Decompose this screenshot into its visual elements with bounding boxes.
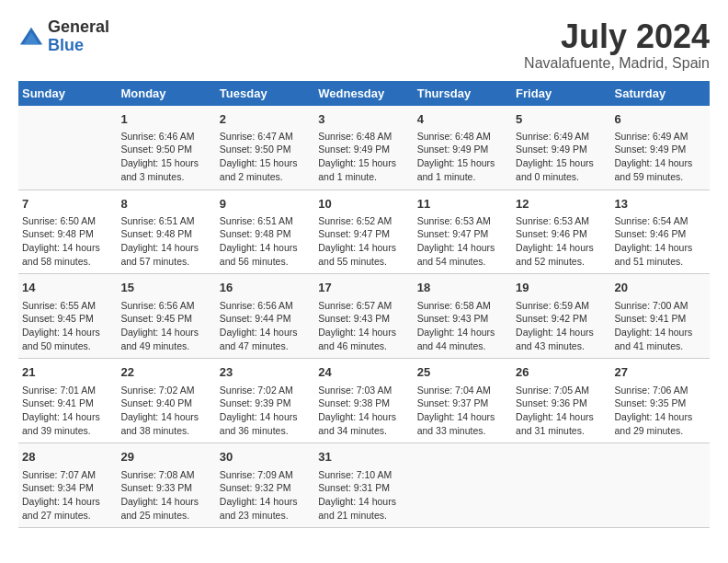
day-detail: Sunrise: 7:02 AMSunset: 9:39 PMDaylight:… bbox=[220, 384, 311, 438]
day-detail: Sunrise: 7:00 AMSunset: 9:41 PMDaylight:… bbox=[615, 299, 706, 353]
calendar-cell: 22Sunrise: 7:02 AMSunset: 9:40 PMDayligh… bbox=[117, 359, 215, 443]
day-number: 28 bbox=[22, 449, 113, 465]
calendar-cell: 30Sunrise: 7:09 AMSunset: 9:32 PMDayligh… bbox=[216, 443, 314, 528]
day-number: 8 bbox=[120, 196, 211, 213]
day-number: 3 bbox=[318, 111, 409, 128]
day-number: 15 bbox=[120, 280, 211, 296]
weekday-header-monday: Monday bbox=[117, 81, 215, 106]
day-detail: Sunrise: 6:51 AMSunset: 9:48 PMDaylight:… bbox=[120, 214, 211, 269]
calendar-week-row: 14Sunrise: 6:55 AMSunset: 9:45 PMDayligh… bbox=[18, 274, 710, 359]
logo-icon bbox=[18, 24, 44, 50]
calendar-cell: 1Sunrise: 6:46 AMSunset: 9:50 PMDaylight… bbox=[117, 106, 215, 190]
day-detail: Sunrise: 6:49 AMSunset: 9:49 PMDaylight:… bbox=[516, 130, 607, 184]
calendar-cell: 13Sunrise: 6:54 AMSunset: 9:46 PMDayligh… bbox=[611, 190, 710, 274]
day-detail: Sunrise: 6:52 AMSunset: 9:47 PMDaylight:… bbox=[318, 214, 409, 269]
calendar-cell: 15Sunrise: 6:56 AMSunset: 9:45 PMDayligh… bbox=[117, 274, 215, 359]
day-number: 24 bbox=[318, 364, 409, 381]
calendar-cell: 26Sunrise: 7:05 AMSunset: 9:36 PMDayligh… bbox=[512, 359, 610, 443]
calendar-cell: 29Sunrise: 7:08 AMSunset: 9:33 PMDayligh… bbox=[117, 443, 215, 528]
day-detail: Sunrise: 7:06 AMSunset: 9:35 PMDaylight:… bbox=[615, 384, 706, 438]
weekday-header-tuesday: Tuesday bbox=[216, 81, 314, 106]
location-subtitle: Navalafuente, Madrid, Spain bbox=[524, 55, 710, 72]
day-detail: Sunrise: 7:09 AMSunset: 9:32 PMDaylight:… bbox=[220, 468, 311, 523]
day-number: 23 bbox=[220, 364, 311, 381]
calendar-cell: 31Sunrise: 7:10 AMSunset: 9:31 PMDayligh… bbox=[314, 443, 413, 528]
calendar-cell bbox=[414, 443, 512, 528]
calendar-cell: 27Sunrise: 7:06 AMSunset: 9:35 PMDayligh… bbox=[611, 359, 710, 443]
day-detail: Sunrise: 7:03 AMSunset: 9:38 PMDaylight:… bbox=[318, 384, 409, 438]
day-detail: Sunrise: 6:54 AMSunset: 9:46 PMDaylight:… bbox=[615, 214, 706, 269]
day-number: 27 bbox=[615, 364, 706, 381]
day-number: 5 bbox=[516, 111, 607, 128]
weekday-header-row: SundayMondayTuesdayWednesdayThursdayFrid… bbox=[18, 81, 710, 106]
calendar-cell bbox=[512, 443, 610, 528]
day-detail: Sunrise: 6:56 AMSunset: 9:44 PMDaylight:… bbox=[220, 299, 311, 353]
day-number: 30 bbox=[220, 449, 311, 465]
logo-text: General Blue bbox=[48, 18, 109, 55]
title-block: July 2024 Navalafuente, Madrid, Spain bbox=[524, 18, 710, 72]
day-detail: Sunrise: 6:46 AMSunset: 9:50 PMDaylight:… bbox=[120, 130, 211, 184]
calendar-cell: 24Sunrise: 7:03 AMSunset: 9:38 PMDayligh… bbox=[314, 359, 413, 443]
day-detail: Sunrise: 7:02 AMSunset: 9:40 PMDaylight:… bbox=[120, 384, 211, 438]
calendar-table: SundayMondayTuesdayWednesdayThursdayFrid… bbox=[18, 81, 710, 529]
day-number: 1 bbox=[120, 111, 211, 128]
day-detail: Sunrise: 7:04 AMSunset: 9:37 PMDaylight:… bbox=[417, 384, 508, 438]
logo: General Blue bbox=[18, 18, 109, 55]
calendar-cell: 17Sunrise: 6:57 AMSunset: 9:43 PMDayligh… bbox=[314, 274, 413, 359]
calendar-cell bbox=[611, 443, 710, 528]
calendar-cell: 6Sunrise: 6:49 AMSunset: 9:49 PMDaylight… bbox=[611, 106, 710, 190]
day-detail: Sunrise: 6:53 AMSunset: 9:46 PMDaylight:… bbox=[516, 214, 607, 269]
day-number: 13 bbox=[615, 196, 706, 213]
day-detail: Sunrise: 6:53 AMSunset: 9:47 PMDaylight:… bbox=[417, 214, 508, 269]
day-number: 17 bbox=[318, 280, 409, 296]
day-detail: Sunrise: 6:49 AMSunset: 9:49 PMDaylight:… bbox=[615, 130, 706, 184]
day-number: 18 bbox=[417, 280, 508, 296]
calendar-week-row: 21Sunrise: 7:01 AMSunset: 9:41 PMDayligh… bbox=[18, 359, 710, 443]
logo-general-text: General bbox=[48, 18, 109, 37]
calendar-cell: 8Sunrise: 6:51 AMSunset: 9:48 PMDaylight… bbox=[117, 190, 215, 274]
day-number: 22 bbox=[120, 364, 211, 381]
day-number: 9 bbox=[220, 196, 311, 213]
day-number: 2 bbox=[220, 111, 311, 128]
day-number: 20 bbox=[615, 280, 706, 296]
day-detail: Sunrise: 7:05 AMSunset: 9:36 PMDaylight:… bbox=[516, 384, 607, 438]
calendar-cell: 21Sunrise: 7:01 AMSunset: 9:41 PMDayligh… bbox=[18, 359, 117, 443]
day-detail: Sunrise: 7:07 AMSunset: 9:34 PMDaylight:… bbox=[22, 468, 113, 523]
day-detail: Sunrise: 6:59 AMSunset: 9:42 PMDaylight:… bbox=[516, 299, 607, 353]
day-number: 25 bbox=[417, 364, 508, 381]
day-detail: Sunrise: 6:48 AMSunset: 9:49 PMDaylight:… bbox=[318, 130, 409, 184]
day-number: 11 bbox=[417, 196, 508, 213]
calendar-cell: 25Sunrise: 7:04 AMSunset: 9:37 PMDayligh… bbox=[414, 359, 512, 443]
day-detail: Sunrise: 6:58 AMSunset: 9:43 PMDaylight:… bbox=[417, 299, 508, 353]
month-year-title: July 2024 bbox=[524, 18, 710, 55]
calendar-cell: 5Sunrise: 6:49 AMSunset: 9:49 PMDaylight… bbox=[512, 106, 610, 190]
day-number: 31 bbox=[318, 449, 409, 465]
weekday-header-wednesday: Wednesday bbox=[314, 81, 413, 106]
calendar-cell: 7Sunrise: 6:50 AMSunset: 9:48 PMDaylight… bbox=[18, 190, 117, 274]
calendar-cell: 4Sunrise: 6:48 AMSunset: 9:49 PMDaylight… bbox=[414, 106, 512, 190]
calendar-week-row: 28Sunrise: 7:07 AMSunset: 9:34 PMDayligh… bbox=[18, 443, 710, 528]
calendar-week-row: 1Sunrise: 6:46 AMSunset: 9:50 PMDaylight… bbox=[18, 106, 710, 190]
day-number: 7 bbox=[22, 196, 113, 213]
calendar-cell: 11Sunrise: 6:53 AMSunset: 9:47 PMDayligh… bbox=[414, 190, 512, 274]
calendar-cell: 12Sunrise: 6:53 AMSunset: 9:46 PMDayligh… bbox=[512, 190, 610, 274]
calendar-week-row: 7Sunrise: 6:50 AMSunset: 9:48 PMDaylight… bbox=[18, 190, 710, 274]
day-number: 6 bbox=[615, 111, 706, 128]
day-number: 19 bbox=[516, 280, 607, 296]
day-number: 4 bbox=[417, 111, 508, 128]
calendar-cell: 20Sunrise: 7:00 AMSunset: 9:41 PMDayligh… bbox=[611, 274, 710, 359]
day-detail: Sunrise: 7:08 AMSunset: 9:33 PMDaylight:… bbox=[120, 468, 211, 523]
day-detail: Sunrise: 6:57 AMSunset: 9:43 PMDaylight:… bbox=[318, 299, 409, 353]
calendar-cell: 10Sunrise: 6:52 AMSunset: 9:47 PMDayligh… bbox=[314, 190, 413, 274]
calendar-cell: 14Sunrise: 6:55 AMSunset: 9:45 PMDayligh… bbox=[18, 274, 117, 359]
calendar-cell: 3Sunrise: 6:48 AMSunset: 9:49 PMDaylight… bbox=[314, 106, 413, 190]
day-number: 10 bbox=[318, 196, 409, 213]
calendar-cell: 16Sunrise: 6:56 AMSunset: 9:44 PMDayligh… bbox=[216, 274, 314, 359]
calendar-cell: 9Sunrise: 6:51 AMSunset: 9:48 PMDaylight… bbox=[216, 190, 314, 274]
calendar-cell: 2Sunrise: 6:47 AMSunset: 9:50 PMDaylight… bbox=[216, 106, 314, 190]
day-number: 21 bbox=[22, 364, 113, 381]
weekday-header-sunday: Sunday bbox=[18, 81, 117, 106]
weekday-header-friday: Friday bbox=[512, 81, 610, 106]
day-detail: Sunrise: 7:01 AMSunset: 9:41 PMDaylight:… bbox=[22, 384, 113, 438]
day-detail: Sunrise: 7:10 AMSunset: 9:31 PMDaylight:… bbox=[318, 468, 409, 523]
